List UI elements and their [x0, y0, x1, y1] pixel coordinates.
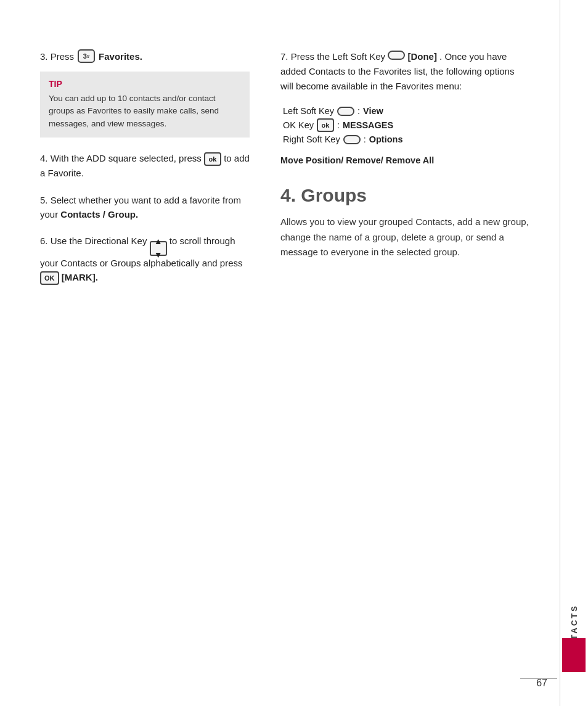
- step-4: 4. With the ADD square selected, press o…: [40, 151, 250, 181]
- left-soft-label: Left Soft Key: [283, 106, 334, 116]
- separator-options: :: [364, 134, 366, 144]
- key-options: Left Soft Key : View OK Key ok : MESSAGE…: [283, 106, 529, 144]
- sidebar-accent: [562, 638, 586, 672]
- step4-text: 4. With the ADD square selected, press: [40, 153, 204, 163]
- ok-key-4: ok: [204, 152, 221, 166]
- section-4-body: Allows you to view your grouped Contacts…: [280, 215, 529, 260]
- step-5: 5. Select whether you want to add a favo…: [40, 193, 250, 222]
- separator-view: :: [357, 106, 360, 116]
- right-column: 7. Press the Left Soft Key [Done] . Once…: [268, 49, 529, 669]
- left-soft-key-icon: [388, 51, 405, 60]
- key-option-messages: OK Key ok : MESSAGES: [283, 118, 529, 132]
- step3-prefix: 3. Press: [40, 51, 74, 62]
- main-content: 3. Press 3# Favorites. TIP You can add u…: [0, 0, 560, 706]
- key-option-view: Left Soft Key : View: [283, 106, 529, 116]
- separator-messages: :: [337, 120, 340, 130]
- step-3: 3. Press 3# Favorites.: [40, 49, 250, 63]
- tip-text: You can add up to 10 contacts and/or con…: [49, 92, 241, 130]
- key-option-options: Right Soft Key : Options: [283, 134, 529, 144]
- ok-key-label: OK Key: [283, 120, 314, 130]
- step6-suffix: [MARK].: [62, 272, 98, 282]
- step-7: 7. Press the Left Soft Key [Done] . Once…: [280, 49, 529, 94]
- step3-favorites: Favorites.: [99, 51, 142, 62]
- ok-key-6: OK: [40, 271, 59, 285]
- directional-key-icon: ▲▼: [150, 241, 167, 256]
- key-3-icon: 3#: [78, 49, 95, 63]
- section-4-heading: 4. Groups: [280, 185, 529, 206]
- view-label: View: [363, 106, 383, 116]
- left-soft-key-view-icon: [337, 107, 354, 116]
- left-column: 3. Press 3# Favorites. TIP You can add u…: [40, 49, 250, 669]
- ok-key-messages-icon: ok: [317, 118, 334, 132]
- messages-label: MESSAGES: [343, 120, 393, 130]
- page-number: 67: [536, 678, 547, 689]
- sidebar: CONTACTS: [560, 0, 588, 706]
- move-position: Move Position/ Remove/ Remove All: [280, 154, 529, 168]
- step7-done: [Done]: [407, 51, 437, 62]
- tip-label: TIP: [49, 79, 241, 89]
- step5-bold: Contacts / Group.: [60, 209, 138, 220]
- right-soft-label: Right Soft Key: [283, 134, 340, 144]
- options-label: Options: [369, 134, 403, 144]
- right-soft-key-icon: [343, 135, 361, 144]
- step-6: 6. Use the Directional Key ▲▼ to scroll …: [40, 234, 250, 285]
- step6-prefix: 6. Use the Directional Key: [40, 236, 150, 246]
- tip-box: TIP You can add up to 10 contacts and/or…: [40, 72, 250, 138]
- step7-prefix: 7. Press the Left Soft Key: [280, 51, 388, 62]
- section-4: 4. Groups Allows you to view your groupe…: [280, 185, 529, 260]
- page-container: 3. Press 3# Favorites. TIP You can add u…: [0, 0, 588, 706]
